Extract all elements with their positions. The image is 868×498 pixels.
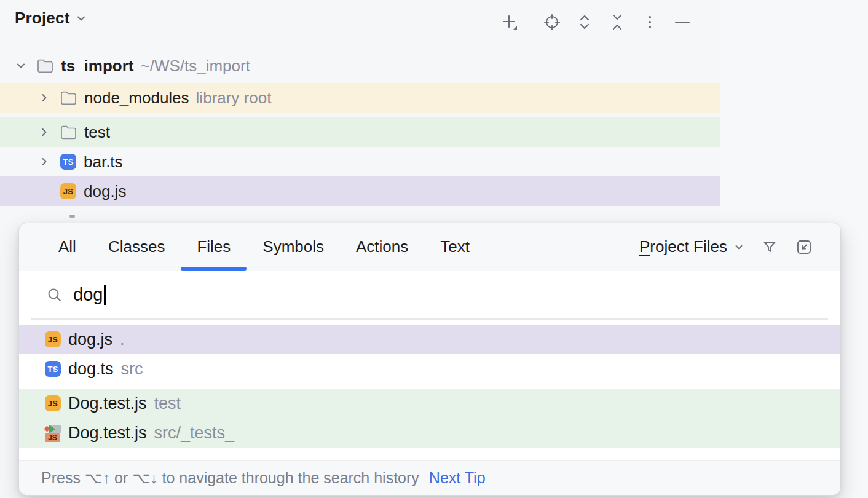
project-view-selector[interactable]: Project (15, 9, 87, 28)
more-options-icon[interactable] (641, 13, 659, 31)
hide-panel-icon[interactable] (673, 13, 692, 31)
result-name: dog.js (68, 330, 112, 349)
search-footer-hint-bar: Press ⌥↑ or ⌥↓ to navigate through the s… (19, 460, 840, 495)
tab-symbols[interactable]: Symbols (247, 223, 340, 271)
partially-hidden-tree-row (69, 215, 75, 218)
folder-icon (37, 58, 53, 73)
tab-classes[interactable]: Classes (92, 223, 181, 271)
javascript-file-icon: JS (60, 183, 76, 199)
result-row[interactable]: JS Dog.test.js src/_tests_ (19, 418, 840, 448)
search-results-list: JS dog.js . TS dog.ts src JS Dog.test.js… (19, 320, 840, 460)
active-tab-underline (181, 267, 247, 271)
results-group-gap (19, 384, 840, 389)
result-row[interactable]: JS Dog.test.js test (19, 389, 840, 418)
add-icon[interactable] (500, 13, 519, 31)
toolbar-separator (531, 13, 531, 31)
result-path: src (121, 360, 143, 379)
tab-text[interactable]: Text (424, 223, 486, 271)
tab-actions[interactable]: Actions (340, 223, 424, 271)
locate-file-icon[interactable] (543, 13, 561, 31)
result-name: Dog.test.js (68, 394, 147, 413)
javascript-test-file-icon: JS (45, 424, 61, 442)
open-in-find-window-icon[interactable] (795, 238, 813, 256)
tree-item-label: bar.ts (84, 152, 123, 172)
result-name: dog.ts (68, 360, 114, 379)
javascript-file-icon: JS (45, 331, 61, 347)
chevron-right-icon[interactable] (38, 156, 50, 168)
panel-toolbar (500, 13, 692, 31)
text-caret (104, 285, 106, 305)
search-query-text: dog (73, 285, 103, 305)
result-row[interactable]: TS dog.ts src (19, 354, 840, 384)
result-name: Dog.test.js (68, 424, 147, 443)
collapse-all-icon[interactable] (608, 13, 626, 31)
result-path: test (154, 394, 181, 413)
tree-item-label: test (84, 123, 110, 142)
scope-selector[interactable]: Project Files (639, 237, 744, 256)
tree-item-path: library root (196, 89, 272, 108)
tree-row-dog-js[interactable]: JS dog.js (0, 176, 720, 206)
tree-row-ts-import[interactable]: ts_import ~/WS/ts_import (0, 51, 720, 81)
panel-title: Project (15, 9, 70, 28)
tree-row-node-modules[interactable]: node_modules library root (0, 83, 720, 113)
typescript-file-icon: TS (45, 361, 61, 377)
search-tabs-bar: All Classes Files Symbols Actions Text P… (19, 223, 840, 271)
folder-icon (60, 90, 77, 105)
filter-icon[interactable] (760, 238, 779, 256)
tab-all[interactable]: All (42, 223, 92, 271)
tree-item-label: ts_import (61, 57, 133, 76)
search-everywhere-popup: All Classes Files Symbols Actions Text P… (18, 223, 841, 496)
result-row[interactable]: JS dog.js . (19, 325, 840, 354)
tab-files[interactable]: Files (181, 223, 247, 271)
search-scope-controls: Project Files (639, 223, 813, 271)
chevron-right-icon[interactable] (38, 126, 50, 138)
search-icon (46, 287, 63, 304)
tree-item-path: ~/WS/ts_import (140, 57, 250, 76)
project-panel-header: Project (0, 0, 720, 44)
chevron-right-icon[interactable] (38, 92, 50, 104)
tree-row-bar-ts[interactable]: TS bar.ts (0, 147, 720, 176)
tree-item-label: dog.js (84, 182, 126, 201)
tree-row-test[interactable]: test (0, 117, 720, 147)
tree-item-label: node_modules (84, 89, 189, 108)
search-input[interactable]: dog (19, 271, 840, 318)
chevron-down-icon (75, 12, 87, 25)
result-path: src/_tests_ (154, 424, 235, 443)
expand-all-icon[interactable] (575, 13, 594, 31)
folder-icon (60, 125, 77, 140)
result-path: . (120, 330, 125, 349)
typescript-file-icon: TS (60, 154, 76, 170)
chevron-down-icon[interactable] (15, 60, 27, 72)
javascript-file-icon: JS (45, 395, 61, 411)
next-tip-link[interactable]: Next Tip (429, 469, 486, 487)
footer-hint-text: Press ⌥↑ or ⌥↓ to navigate through the s… (41, 469, 419, 487)
chevron-down-icon (733, 242, 744, 253)
